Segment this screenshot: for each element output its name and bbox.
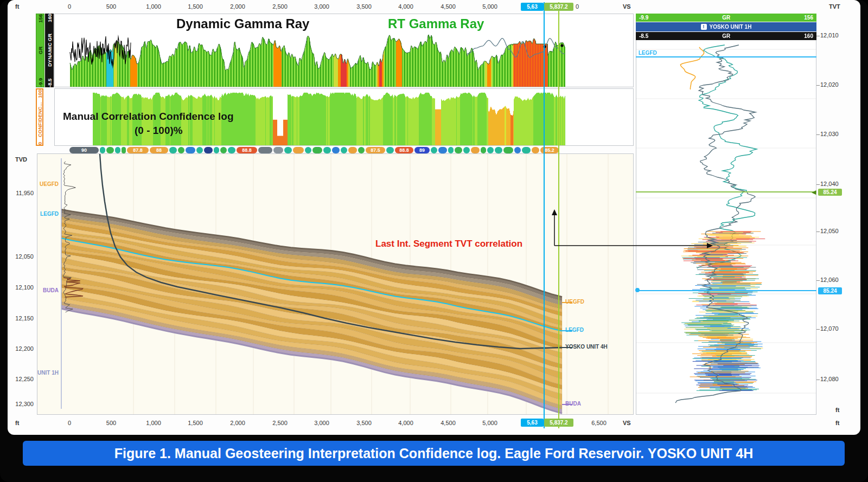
interpretation-segment[interactable]	[100, 147, 105, 153]
interpretation-segment[interactable]	[448, 147, 454, 153]
cursor-line-blue[interactable]	[544, 2, 545, 428]
top-axis-partial-tick: 0	[576, 3, 579, 10]
interpretation-segment[interactable]	[431, 147, 437, 153]
cursor-position-badge-blue-bottom[interactable]: 5,63	[521, 419, 544, 427]
interpretation-segment[interactable]	[386, 147, 394, 153]
interpretation-segment[interactable]	[220, 147, 227, 153]
interpretation-segment[interactable]	[106, 147, 114, 153]
interpretation-segment[interactable]	[178, 147, 184, 153]
dynamic-gamma-ray-title: Dynamic Gamma Ray	[176, 16, 309, 31]
interpretation-segment[interactable]: 87.8	[127, 147, 149, 153]
axis-tick: 4,500	[441, 420, 456, 426]
interpretation-segment[interactable]	[305, 147, 311, 153]
interpretation-segment[interactable]	[514, 147, 521, 153]
tvt-axis-tick: 12,080	[820, 376, 839, 382]
interpretation-segment[interactable]: 89	[414, 147, 430, 153]
dynamic-gr-scale-max: 160	[47, 14, 53, 22]
well-info-icon[interactable]: !	[701, 24, 707, 30]
legfd-pick-label: LEGFD	[639, 50, 657, 56]
interpretation-segment[interactable]	[115, 147, 120, 153]
interpretation-segment[interactable]	[455, 147, 462, 153]
interpretation-segment[interactable]	[312, 147, 322, 153]
rp-dyn-max: 160	[804, 33, 813, 39]
tvt-marker-badge-green[interactable]: 85.24	[818, 189, 842, 196]
cursor-position-badge-blue-top[interactable]: 5,63	[521, 3, 544, 11]
interpretation-segment[interactable]	[258, 147, 272, 153]
tvt-marker-dot[interactable]	[635, 288, 640, 292]
interpretation-segment[interactable]: 90	[69, 147, 99, 153]
tvt-axis-unit-bottom: ft	[835, 407, 839, 413]
interpretation-segment[interactable]	[284, 147, 292, 153]
axis-tick: 3,000	[314, 3, 329, 10]
right-panel-rt-scale-header: -9.9 GR 156	[636, 14, 816, 22]
tvt-axis-tick: 12,050	[820, 228, 839, 234]
interpretation-segment[interactable]	[348, 147, 357, 153]
interpretation-segment[interactable]	[323, 147, 331, 153]
interpretation-segment[interactable]	[293, 147, 304, 153]
cursor-position-badge-green-bottom[interactable]: 5,837.2	[544, 419, 573, 427]
interpretation-segment[interactable]	[228, 147, 235, 153]
interpretation-segment[interactable]	[169, 147, 177, 153]
formation-label-right: YOSKO UNIT 4H	[565, 344, 608, 350]
tvt-axis-tick: 12,060	[820, 277, 839, 283]
interpretation-segment[interactable]	[495, 147, 502, 153]
tvd-axis-tick: 12,200	[10, 345, 34, 352]
interpretation-segment[interactable]	[273, 147, 283, 153]
axis-tick: 0	[68, 420, 71, 426]
interpretation-segment[interactable]	[204, 147, 213, 153]
axis-tick: 2,000	[230, 3, 245, 10]
gamma-ray-log-plot[interactable]	[55, 14, 633, 87]
formation-label-right: LEGFD	[565, 327, 584, 333]
interpretation-segment[interactable]	[341, 147, 347, 153]
dynamic-gr-scale-min: -8.5	[47, 79, 53, 87]
cursor-position-badge-green-top[interactable]: 5,837.2	[544, 3, 573, 11]
formation-label-left: UNIT 1H	[33, 370, 59, 376]
right-panel-well-header[interactable]: ! YOSKO UNIT 1H	[636, 22, 816, 31]
confidence-scale-min: 0	[37, 142, 43, 145]
interpretation-segment[interactable]	[438, 147, 447, 153]
tvd-axis-tick: 12,300	[10, 401, 34, 407]
interpretation-segment[interactable]	[358, 147, 365, 153]
gamma-ray-track[interactable]	[54, 14, 634, 87]
interpretation-segment[interactable]	[214, 147, 219, 153]
tvt-marker-line-cyan[interactable]	[636, 290, 816, 291]
interpretation-segment[interactable]: 88.8	[237, 147, 257, 153]
rt-gr-scale-max: 156	[37, 14, 43, 23]
tvt-marker-badge-cyan[interactable]: 85.24	[818, 287, 842, 294]
tvt-marker-line-green[interactable]	[636, 191, 816, 192]
tvd-axis-tick: 12,100	[10, 284, 34, 291]
interpretation-segment[interactable]	[522, 147, 531, 153]
axis-tick: 3,500	[356, 420, 372, 426]
interpretation-segment[interactable]	[532, 147, 539, 153]
interpretation-segment[interactable]: 87.5	[366, 147, 385, 153]
tvd-axis-tick: 12,150	[10, 315, 34, 322]
axis-tick: 500	[106, 420, 116, 426]
rp-dyn-min: -8.5	[639, 33, 648, 39]
interpretation-segment[interactable]	[503, 147, 513, 153]
interpretation-segment[interactable]	[332, 147, 340, 153]
interpretation-segment[interactable]	[463, 147, 470, 153]
formation-label-left: UEGFD	[33, 181, 59, 187]
bottom-axis-unit-right: ft	[835, 420, 839, 426]
formation-label-left: LEGFD	[33, 211, 59, 217]
interpretation-segment[interactable]	[122, 147, 126, 153]
interpretation-segment[interactable]: 88.8	[395, 147, 413, 153]
axis-tick: 2,500	[272, 420, 288, 426]
interpretation-segment[interactable]	[481, 147, 486, 153]
interpretation-segment[interactable]	[471, 147, 480, 153]
axis-tick: 500	[106, 3, 116, 10]
rt-gamma-ray-title: RT Gamma Ray	[388, 16, 484, 31]
interpretation-segment[interactable]	[487, 147, 494, 153]
interpretation-segment[interactable]: 88	[150, 147, 168, 153]
interpretation-segment[interactable]	[196, 147, 203, 153]
interpretation-segment[interactable]	[186, 147, 195, 153]
legfd-pick-line[interactable]	[636, 56, 816, 57]
axis-tick: 1,000	[146, 3, 161, 10]
bottom-axis-tick-6500: 6,500	[591, 420, 607, 426]
tvt-tick-mark	[816, 134, 820, 135]
tvt-axis-tick: 12,020	[820, 81, 839, 88]
confidence-scale-label: CONFIDENC...	[37, 102, 43, 137]
top-axis-unit-left: ft	[15, 3, 19, 10]
rp-rt-min: -9.9	[639, 15, 648, 21]
axis-tick: 2,500	[272, 3, 288, 10]
